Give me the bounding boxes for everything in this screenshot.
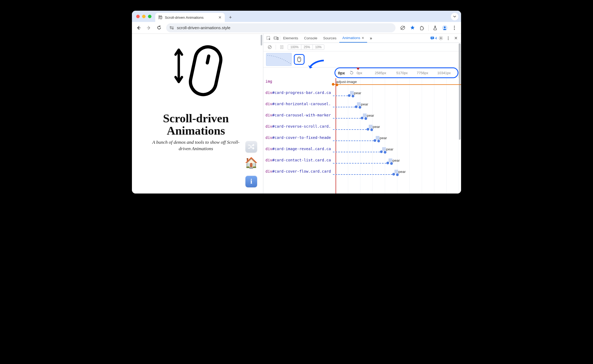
svg-rect-19 (277, 37, 278, 40)
animation-row[interactable]: div#card-reverse-scroll.card.appear (263, 123, 461, 134)
animation-track[interactable]: appear (333, 90, 461, 100)
profile-avatar[interactable] (440, 23, 449, 32)
keyframe-marker[interactable] (348, 94, 351, 97)
animation-bar[interactable] (333, 174, 398, 175)
keyframe-marker[interactable] (355, 105, 358, 108)
svg-line-28 (269, 46, 271, 48)
more-tabs-icon[interactable]: » (367, 35, 375, 42)
playback-speed-group: 100% 25% 10% (288, 44, 324, 50)
close-window-button[interactable] (136, 15, 140, 18)
splitter[interactable] (260, 34, 263, 194)
tab-close-button[interactable]: ✕ (218, 15, 222, 20)
animation-group-thumbnail[interactable] (266, 53, 292, 66)
range-marker (350, 91, 354, 95)
keyframe-marker[interactable] (367, 128, 369, 131)
element-selector[interactable]: div#card-cover-flow.card.card (263, 169, 333, 173)
tab-console[interactable]: Console (301, 34, 320, 43)
chrome-menu-button[interactable] (450, 23, 459, 32)
keyframe-marker[interactable] (380, 150, 383, 153)
address-bar[interactable]: scroll-driven-animations.style (166, 23, 396, 32)
back-button[interactable] (134, 23, 143, 32)
element-selector[interactable]: div#card-progress-bar.card.ca (263, 90, 333, 95)
animation-bar[interactable] (333, 163, 392, 164)
animation-track[interactable]: appear (333, 124, 461, 134)
animation-row[interactable]: div#card-carousel-with-markerappear (263, 112, 461, 123)
animation-track[interactable]: appear (333, 169, 461, 179)
pause-icon[interactable] (278, 43, 286, 51)
animation-bar[interactable] (333, 84, 461, 85)
range-marker (394, 170, 398, 173)
tick-0: 0px (357, 71, 362, 75)
animation-row[interactable]: div#card-cover-flow.card.cardappear (263, 168, 461, 179)
labs-icon[interactable] (431, 23, 440, 32)
animation-bar[interactable] (333, 129, 372, 130)
timeline-ruler[interactable]: 0px 0px 2585px 5170px 7756px 10341px (334, 67, 458, 78)
bookmark-star-icon[interactable] (408, 23, 417, 32)
element-selector[interactable]: div#card-carousel-with-marker (263, 113, 333, 117)
tab-animations[interactable]: Animations ✕ (339, 34, 367, 43)
keyframe-marker[interactable] (361, 117, 363, 119)
animation-row[interactable]: div#card-image-reveal.card.caappear (263, 146, 461, 157)
keyframe-marker[interactable] (374, 139, 376, 142)
speed-100[interactable]: 100% (288, 45, 301, 50)
element-selector[interactable]: div#card-cover-to-fixed-heade (263, 135, 333, 140)
element-selector[interactable]: div#card-contact-list.card.ca (263, 158, 333, 162)
range-marker (369, 125, 372, 128)
animation-row[interactable]: div#card-cover-to-fixed-headeappear (263, 134, 461, 146)
replay-icon[interactable] (349, 70, 354, 75)
scroll-driven-badge[interactable] (294, 54, 305, 65)
webpage[interactable]: Scroll-drivenAnimations A bunch of demos… (132, 34, 260, 194)
console-messages-badge[interactable]: 4 (430, 36, 437, 40)
playhead-marker-icon[interactable] (356, 68, 360, 70)
devtools-menu-icon[interactable] (444, 35, 452, 42)
animation-track[interactable]: appear (333, 135, 461, 145)
extensions-button[interactable] (417, 23, 427, 32)
site-settings-icon[interactable] (169, 26, 174, 30)
hide-extension-icon[interactable] (398, 23, 407, 32)
svg-point-24 (448, 36, 449, 37)
window-controls (135, 11, 155, 22)
svg-point-12 (454, 27, 455, 28)
animation-row[interactable]: div#card-horizontal-carousel.appear (263, 101, 461, 112)
clear-icon[interactable] (266, 43, 273, 51)
animation-row[interactable]: div#card-contact-list.card.caappear (263, 157, 461, 168)
animation-bar[interactable] (333, 152, 385, 152)
tab-sources[interactable]: Sources (320, 34, 340, 43)
info-button[interactable]: i (245, 176, 257, 187)
element-selector[interactable]: img (263, 79, 333, 84)
devtools-close-icon[interactable]: ✕ (452, 35, 459, 42)
range-marker (389, 158, 392, 162)
animation-track[interactable]: appear (333, 158, 461, 168)
animation-track[interactable]: appear (333, 147, 461, 157)
inspect-icon[interactable] (265, 35, 272, 42)
home-button[interactable]: 🏠 (245, 157, 257, 169)
animation-row[interactable]: div#card-progress-bar.card.caappear (263, 89, 461, 101)
settings-gear-icon[interactable] (437, 35, 444, 42)
speed-25[interactable]: 25% (301, 45, 313, 50)
animation-bar[interactable] (333, 141, 379, 141)
browser-tab[interactable]: Scroll-driven Animations ✕ (155, 13, 225, 22)
reload-button[interactable] (154, 23, 164, 32)
keyframe-marker[interactable] (332, 83, 334, 86)
tab-close-icon[interactable]: ✕ (362, 36, 364, 40)
forward-button[interactable] (144, 23, 153, 32)
animation-track[interactable]: appear (333, 102, 461, 112)
element-selector[interactable]: div#card-reverse-scroll.card. (263, 124, 333, 128)
device-toggle-icon[interactable] (272, 35, 280, 42)
keyframe-marker[interactable] (386, 162, 389, 164)
new-tab-button[interactable]: + (226, 13, 234, 21)
maximize-window-button[interactable] (148, 15, 151, 18)
animation-track[interactable]: appear (333, 113, 461, 123)
element-selector[interactable]: div#card-image-reveal.card.ca (263, 147, 333, 151)
keyframe-marker[interactable] (392, 173, 395, 176)
svg-rect-15 (188, 44, 223, 97)
tab-elements[interactable]: Elements (280, 34, 301, 43)
tabs-overflow-button[interactable] (451, 13, 458, 20)
speed-10[interactable]: 10% (313, 45, 324, 50)
animation-track[interactable]: adjust-image (333, 79, 461, 89)
element-selector[interactable]: div#card-horizontal-carousel. (263, 102, 333, 106)
shuffle-button[interactable] (245, 141, 257, 153)
minimize-window-button[interactable] (142, 15, 146, 18)
svg-rect-16 (206, 54, 211, 65)
animation-row[interactable]: imgadjust-image (263, 78, 461, 89)
